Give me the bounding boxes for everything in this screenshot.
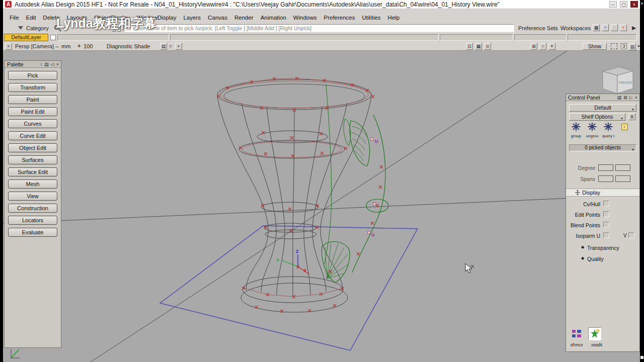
display-section-header[interactable]: Display bbox=[566, 189, 639, 197]
degree-field-2[interactable] bbox=[615, 164, 630, 171]
cvhull-checkbox[interactable] bbox=[603, 201, 609, 207]
menu-delete[interactable]: Delete bbox=[39, 14, 63, 21]
marking-menu-icon[interactable]: :: bbox=[611, 24, 618, 31]
prompt-list-icon[interactable]: 1 bbox=[117, 25, 121, 32]
palette-collapse-icon[interactable]: ◁ bbox=[50, 62, 55, 67]
menu-preferences[interactable]: Preferences bbox=[320, 14, 359, 21]
menu-help[interactable]: Help bbox=[384, 14, 404, 21]
tool-ungroup[interactable]: ✳ ungrou bbox=[584, 121, 600, 138]
control-panel-menu-icon[interactable]: ▤ bbox=[616, 95, 623, 100]
control-panel-title-bar[interactable]: Control Panel ▤ ⊞ ▷ × bbox=[566, 94, 639, 101]
move-icon[interactable]: + bbox=[548, 43, 555, 50]
picked-objects-status[interactable]: 0 picked objects ▼ bbox=[569, 144, 636, 151]
shelf-options-dropdown[interactable]: Shelf Options ▼ bbox=[569, 113, 625, 121]
viewport-zoom-value[interactable]: 100 bbox=[84, 43, 93, 49]
prompt-history-icon[interactable] bbox=[112, 25, 116, 32]
hotkeys-icon[interactable]: + bbox=[620, 24, 627, 31]
isoparm-v-checkbox[interactable] bbox=[628, 232, 634, 238]
menu-objectdisplay[interactable]: ObjectDisplay bbox=[91, 14, 133, 21]
marquee-icon[interactable] bbox=[611, 43, 617, 49]
default-layer-tab[interactable]: DefaultLayer bbox=[4, 34, 48, 41]
close-button[interactable]: × bbox=[630, 1, 638, 8]
palette-button-pick[interactable]: Pick bbox=[8, 71, 57, 80]
tool-group[interactable]: ✳ group bbox=[568, 121, 584, 138]
viewport-scene[interactable]: U U bbox=[0, 51, 644, 362]
show-button[interactable]: Show bbox=[583, 43, 607, 50]
layer-strip-2[interactable] bbox=[170, 34, 439, 41]
shade-mode-label[interactable]: Diagnostic Shade bbox=[107, 43, 150, 49]
menu-animation[interactable]: Animation bbox=[257, 14, 290, 21]
maximize-button[interactable]: ▢ bbox=[620, 1, 627, 8]
menu-canvas[interactable]: Canvas bbox=[204, 14, 231, 21]
palette-button-mesh[interactable]: Mesh bbox=[8, 179, 57, 189]
menu-layers[interactable]: Layers bbox=[180, 14, 204, 21]
palette-button-object-edit[interactable]: Object Edit bbox=[8, 143, 57, 152]
circle-select-icon[interactable]: ○ bbox=[539, 43, 546, 50]
menu-windows[interactable]: Windows bbox=[290, 14, 320, 21]
edit-points-checkbox[interactable] bbox=[603, 211, 609, 217]
palette-button-evaluate[interactable]: Evaluate bbox=[8, 228, 57, 237]
palette-button-surface-edit[interactable]: Surface Edit bbox=[8, 167, 57, 176]
palette-close-icon[interactable]: × bbox=[55, 62, 60, 67]
palette-title-bar[interactable]: Palette ↕ ▤ ◁ × bbox=[5, 61, 61, 68]
xfrmcv-tool[interactable] bbox=[570, 327, 583, 340]
control-panel-dock-icon[interactable]: ⊞ bbox=[622, 95, 628, 100]
viewport-number-box[interactable]: 3 bbox=[621, 43, 627, 49]
workspaces-button[interactable]: Workspaces bbox=[560, 25, 591, 31]
shelf-default-dropdown[interactable]: Default ▼ bbox=[569, 104, 636, 112]
tool-query[interactable]: ✳ query i bbox=[600, 121, 616, 138]
layer-strip-4[interactable] bbox=[514, 34, 567, 41]
magnify-icon[interactable]: ⊙ bbox=[484, 43, 491, 50]
front-view-cube[interactable]: FRONT bbox=[603, 67, 633, 94]
minimize-button[interactable]: ─ bbox=[609, 1, 617, 8]
viewport-close-icon[interactable]: × bbox=[5, 43, 12, 50]
shade-dropdown-icon[interactable]: ▽ bbox=[169, 44, 172, 49]
tool-palette-icon[interactable]: + bbox=[602, 24, 609, 31]
menu-windowdisplay[interactable]: WindowDisplay bbox=[133, 14, 180, 21]
palette-resize-icon[interactable]: ↕ bbox=[39, 62, 44, 67]
category-filter-icon[interactable] bbox=[18, 26, 23, 30]
shelf-stack-icon[interactable]: ≣ bbox=[628, 113, 635, 120]
menu-render[interactable]: Render bbox=[231, 14, 257, 21]
shade-list-icon[interactable]: ▤ bbox=[160, 43, 167, 50]
category-label[interactable]: Category bbox=[26, 25, 49, 31]
palette-button-paint-edit[interactable]: Paint Edit bbox=[8, 107, 57, 116]
camera-icon[interactable]: ⊡ bbox=[466, 43, 473, 50]
transparency-row[interactable]: ◆ Transparency bbox=[566, 245, 640, 252]
preference-sets-button[interactable]: Preference Sets bbox=[518, 25, 558, 31]
blend-points-checkbox[interactable] bbox=[603, 222, 609, 228]
quality-row[interactable]: ◆ Quality bbox=[566, 256, 640, 263]
palette-button-curves[interactable]: Curves bbox=[8, 119, 57, 128]
toolbar-expand-icon[interactable]: ▶ bbox=[632, 25, 636, 31]
layers-stack-icon[interactable]: ▤ bbox=[629, 43, 636, 50]
search-icon[interactable] bbox=[54, 25, 59, 30]
palette-button-transform[interactable]: Transform bbox=[8, 83, 57, 92]
palette-menu-icon[interactable]: ▤ bbox=[43, 62, 50, 67]
prompt-input[interactable]: or enter name of item to pick /unpick: [… bbox=[124, 24, 514, 32]
palette-button-curve-edit[interactable]: Curve Edit bbox=[8, 131, 57, 140]
grid-toggle-icon[interactable]: ▦ bbox=[475, 43, 482, 50]
shade-close-icon[interactable]: × bbox=[175, 43, 182, 50]
menu-utilities[interactable]: Utilities bbox=[359, 14, 384, 21]
palette-button-surfaces[interactable]: Surfaces bbox=[8, 155, 57, 164]
shelf-grid-icon[interactable]: ▦ bbox=[593, 24, 600, 31]
isoparm-u-checkbox[interactable] bbox=[603, 232, 609, 238]
overlay-close-icon[interactable]: × bbox=[640, 1, 644, 6]
palette-button-view[interactable]: View bbox=[8, 192, 57, 201]
viewport-camera-label[interactable]: Persp [Camera] bbox=[15, 43, 54, 49]
xsedit-tool[interactable] bbox=[588, 327, 601, 340]
menu-file[interactable]: File bbox=[6, 14, 23, 21]
spans-field-1[interactable] bbox=[598, 175, 613, 182]
layer-strip-5[interactable] bbox=[568, 34, 637, 41]
page-icon[interactable]: ⊞ bbox=[530, 43, 537, 50]
layer-strip-1[interactable] bbox=[57, 34, 169, 41]
menu-layouts[interactable]: Layouts bbox=[63, 14, 91, 21]
spans-field-2[interactable] bbox=[615, 175, 630, 182]
degree-field-1[interactable] bbox=[598, 164, 613, 171]
palette-button-locators[interactable]: Locators bbox=[8, 216, 57, 225]
palette-button-construction[interactable]: Construction bbox=[8, 204, 57, 213]
layer-toggle-box[interactable] bbox=[50, 35, 56, 40]
tool-extra[interactable]: i bbox=[616, 121, 632, 138]
control-panel-expand-icon[interactable]: ▷ bbox=[628, 95, 634, 100]
menu-edit[interactable]: Edit bbox=[23, 14, 40, 21]
